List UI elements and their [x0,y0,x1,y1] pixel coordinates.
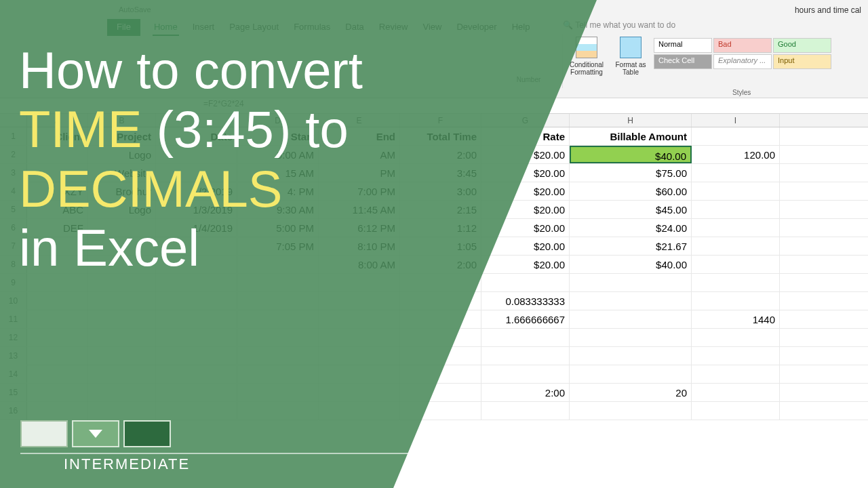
autosave-toggle[interactable]: AutoSave [119,5,151,14]
cell-H11[interactable] [570,310,692,328]
cell-H7[interactable]: $21.67 [570,237,692,255]
cell-B13[interactable] [88,347,156,365]
cell-E16[interactable] [319,402,400,420]
style-normal[interactable]: Normal [654,38,712,53]
cell-F16[interactable] [400,402,481,420]
cell-D16[interactable] [237,402,319,420]
cell-F15[interactable] [400,384,481,401]
cell-F11[interactable] [400,310,481,328]
cell-I9[interactable] [692,274,780,291]
cell-G2[interactable]: $20.00 [481,146,570,163]
cell-F12[interactable] [400,329,481,346]
cell-B14[interactable] [88,365,156,383]
cell-H9[interactable] [570,274,692,291]
cell-A16[interactable] [27,402,88,420]
format-as-table-button[interactable]: Format as Table [610,34,651,88]
cell-E12[interactable] [319,329,400,346]
cell-F6[interactable]: 1:12 [400,219,481,237]
cell-I13[interactable] [692,347,780,365]
cell-G14[interactable] [481,365,570,383]
cell-D14[interactable] [237,365,319,383]
style-explanatory[interactable]: Explanatory ... [713,54,772,69]
cell-G13[interactable] [481,347,570,365]
cell-I2[interactable]: 120.00 [692,146,780,163]
style-check-cell[interactable]: Check Cell [654,54,712,69]
cell-A10[interactable] [27,292,88,310]
cell-F3[interactable]: 3:45 [400,164,481,182]
row-header[interactable]: 12 [0,329,27,346]
cell-C16[interactable] [156,402,237,420]
cell-A12[interactable] [27,329,88,346]
conditional-formatting-button[interactable]: Conditional Formatting [563,34,610,88]
cell-E15[interactable] [319,384,400,401]
cell-C14[interactable] [156,365,237,383]
cell-F2[interactable]: 2:00 [400,146,481,163]
cell-F14[interactable] [400,365,481,383]
cell-I11[interactable]: 1440 [692,310,780,328]
cell-F10[interactable] [400,292,481,310]
cell-B16[interactable] [88,402,156,420]
cell-G9[interactable] [481,274,570,291]
cell-styles-gallery[interactable]: Normal Bad Good Check Cell Explanatory .… [651,34,834,88]
row-header[interactable]: 10 [0,292,27,310]
cell-G15[interactable]: 2:00 [481,384,570,401]
header-cell-I[interactable] [692,127,780,145]
col-header-G[interactable]: G [481,114,570,127]
cell-F13[interactable] [400,347,481,365]
cell-H8[interactable]: $40.00 [570,256,692,273]
cell-G3[interactable]: $20.00 [481,164,570,182]
tell-me-search[interactable]: 🔍 Tell me what you want to do [563,20,675,30]
col-header-I[interactable]: I [692,114,780,127]
col-header-F[interactable]: F [400,114,481,127]
cell-D13[interactable] [237,347,319,365]
cell-I3[interactable] [692,164,780,182]
cell-E11[interactable] [319,310,400,328]
cell-A13[interactable] [27,347,88,365]
cell-G6[interactable]: $20.00 [481,219,570,237]
cell-G11[interactable]: 1.666666667 [481,310,570,328]
cell-E13[interactable] [319,347,400,365]
cell-I7[interactable] [692,237,780,255]
cell-D12[interactable] [237,329,319,346]
row-header[interactable]: 15 [0,384,27,401]
cell-H4[interactable]: $60.00 [570,182,692,200]
cell-H3[interactable]: $75.00 [570,164,692,182]
cell-F9[interactable] [400,274,481,291]
cell-B10[interactable] [88,292,156,310]
cell-G16[interactable] [481,402,570,420]
cell-H13[interactable] [570,347,692,365]
cell-I6[interactable] [692,219,780,237]
cell-A15[interactable] [27,384,88,401]
row-header[interactable]: 14 [0,365,27,383]
cell-H10[interactable] [570,292,692,310]
cell-C11[interactable] [156,310,237,328]
cell-B11[interactable] [88,310,156,328]
cell-I10[interactable] [692,292,780,310]
header-cell-G[interactable]: Rate [481,127,570,145]
cell-H14[interactable] [570,365,692,383]
cell-I8[interactable] [692,256,780,273]
cell-F7[interactable]: 1:05 [400,237,481,255]
cell-C15[interactable] [156,384,237,401]
cell-I5[interactable] [692,201,780,218]
cell-G4[interactable]: $20.00 [481,182,570,200]
col-header-H[interactable]: H [570,114,692,127]
cell-E14[interactable] [319,365,400,383]
cell-A14[interactable] [27,365,88,383]
cell-B12[interactable] [88,329,156,346]
cell-G10[interactable]: 0.083333333 [481,292,570,310]
cell-I12[interactable] [692,329,780,346]
cell-I14[interactable] [692,365,780,383]
cell-A11[interactable] [27,310,88,328]
row-header[interactable]: 16 [0,402,27,420]
cell-F8[interactable]: 2:00 [400,256,481,273]
cell-B15[interactable] [88,384,156,401]
cell-D10[interactable] [237,292,319,310]
cell-H15[interactable]: 20 [570,384,692,401]
cell-G7[interactable]: $20.00 [481,237,570,255]
row-header[interactable]: 13 [0,347,27,365]
cell-D15[interactable] [237,384,319,401]
cell-H2[interactable]: $40.00 [570,146,692,163]
cell-I15[interactable] [692,384,780,401]
cell-C10[interactable] [156,292,237,310]
